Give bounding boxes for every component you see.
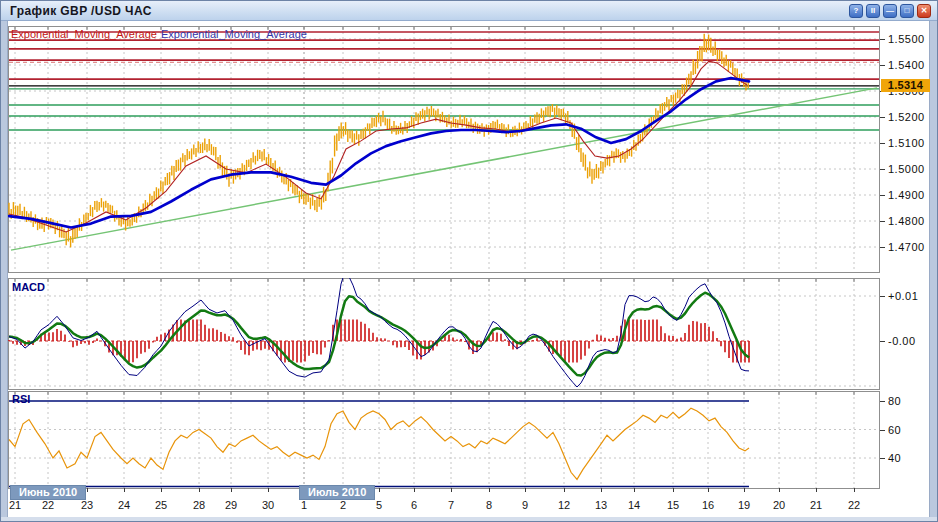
date-tick: [816, 488, 817, 492]
date-label: 20: [773, 499, 785, 511]
axis-tick: [880, 401, 885, 402]
axis-tick: [880, 169, 885, 170]
date-tick: [564, 488, 565, 492]
rsi-panel[interactable]: [8, 391, 880, 489]
ema-red-label[interactable]: Exponential_Moving_Average: [11, 28, 157, 40]
axis-tick: [880, 430, 885, 431]
pause-button[interactable]: II: [866, 4, 880, 18]
axis-tick: [880, 143, 885, 144]
macd-axis-label: -0.00: [888, 335, 916, 347]
date-label: 12: [558, 499, 570, 511]
date-tick: [199, 488, 200, 492]
window-buttons: ? II — □ ✕: [849, 4, 931, 18]
date-label: 30: [262, 499, 274, 511]
macd-axis-label: +0.01: [888, 290, 918, 302]
price-axis-label: 1.4800: [888, 215, 925, 227]
date-tick: [634, 488, 635, 492]
price-panel[interactable]: [8, 26, 880, 273]
date-label: 15: [667, 499, 679, 511]
date-tick: [854, 488, 855, 492]
help-icon: ?: [854, 7, 859, 15]
date-tick: [414, 488, 415, 492]
date-label: 8: [486, 499, 492, 511]
date-label: 14: [628, 499, 640, 511]
rsi-axis-label: 80: [888, 395, 901, 407]
axis-tick: [880, 296, 885, 297]
date-tick: [231, 488, 232, 492]
date-label: 16: [702, 499, 714, 511]
date-tick: [161, 488, 162, 492]
date-label: 5: [376, 499, 382, 511]
date-label: 2: [340, 499, 346, 511]
axis-tick: [880, 247, 885, 248]
price-axis-label: 1.5100: [888, 137, 925, 149]
macd-label[interactable]: MACD: [12, 281, 45, 293]
axis-tick: [880, 195, 885, 196]
axis-tick: [880, 65, 885, 66]
date-label: 21: [9, 499, 21, 511]
axis-tick: [880, 221, 885, 222]
rsi-label[interactable]: RSI: [12, 393, 30, 405]
price-axis-label: 1.5000: [888, 163, 925, 175]
price-axis-label: 1.5200: [888, 111, 925, 123]
date-label: 28: [193, 499, 205, 511]
date-tick: [525, 488, 526, 492]
axis-tick: [880, 341, 885, 342]
ema-blue-label[interactable]: Exponential_Moving_Average: [161, 28, 307, 40]
rsi-axis-label: 40: [888, 452, 901, 464]
axis-tick: [880, 458, 885, 459]
date-tick: [489, 488, 490, 492]
date-label: 19: [738, 499, 750, 511]
title-bar[interactable]: График GBP /USD ЧАС ? II — □ ✕: [1, 1, 937, 21]
date-label: 1: [301, 499, 307, 511]
date-tick: [124, 488, 125, 492]
rsi-axis-label: 60: [888, 424, 901, 436]
maximize-button[interactable]: □: [900, 4, 914, 18]
date-tick: [779, 488, 780, 492]
date-label: 23: [81, 499, 93, 511]
price-axis-label: 1.5400: [888, 59, 925, 71]
price-axis-label: 1.4900: [888, 189, 925, 201]
date-label: 13: [595, 499, 607, 511]
macd-panel[interactable]: [8, 278, 880, 390]
date-label: 24: [118, 499, 130, 511]
date-tick: [744, 488, 745, 492]
close-icon: ✕: [921, 7, 928, 15]
minimize-button[interactable]: —: [883, 4, 897, 18]
date-tick: [87, 488, 88, 492]
date-label: 22: [848, 499, 860, 511]
date-tick: [601, 488, 602, 492]
date-label: 6: [411, 499, 417, 511]
date-label: 9: [522, 499, 528, 511]
price-axis-label: 1.4700: [888, 241, 925, 253]
date-label: 7: [448, 499, 454, 511]
date-label: 22: [42, 499, 54, 511]
maximize-icon: □: [905, 7, 910, 15]
current-price-tag: 1.5314: [881, 79, 930, 92]
month-badge: Июль 2010: [299, 485, 375, 500]
window-frame-left: [1, 21, 8, 521]
axis-tick: [880, 39, 885, 40]
date-label: 21: [810, 499, 822, 511]
window-title: График GBP /USD ЧАС: [10, 4, 152, 18]
date-tick: [451, 488, 452, 492]
month-badge: Июнь 2010: [10, 485, 86, 500]
window-frame-right: [929, 21, 937, 521]
date-tick: [708, 488, 709, 492]
help-button[interactable]: ?: [849, 4, 863, 18]
minimize-icon: —: [886, 7, 894, 15]
price-axis-label: 1.5500: [888, 33, 925, 45]
date-tick: [268, 488, 269, 492]
close-button[interactable]: ✕: [917, 4, 931, 18]
window-frame-bottom: [1, 517, 937, 522]
axis-tick: [880, 117, 885, 118]
date-label: 25: [155, 499, 167, 511]
chart-window: График GBP /USD ЧАС ? II — □ ✕ Exponenti…: [0, 0, 938, 522]
pause-icon: II: [871, 7, 875, 15]
date-tick: [379, 488, 380, 492]
date-label: 29: [225, 499, 237, 511]
date-tick: [673, 488, 674, 492]
